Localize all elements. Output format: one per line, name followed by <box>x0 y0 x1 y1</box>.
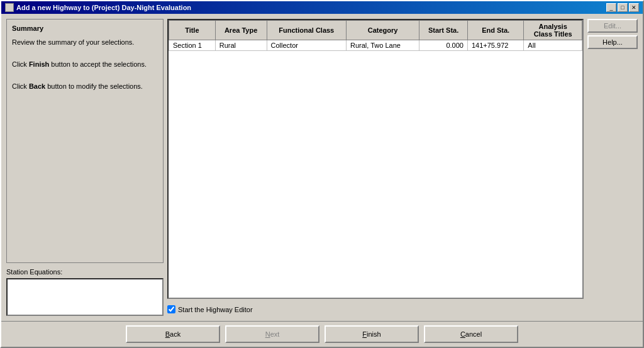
next-button[interactable]: Next <box>225 325 319 343</box>
help-button[interactable]: Help... <box>587 35 638 49</box>
window-icon <box>5 3 14 12</box>
start-highway-editor-label: Start the Highway Editor <box>178 306 253 313</box>
main-window: Add a new Highway to (Project) Day-Night… <box>0 0 644 348</box>
cancel-button[interactable]: Cancel <box>424 325 518 343</box>
cell-analysis-class: All <box>524 40 582 51</box>
finish-button[interactable]: Finish <box>325 325 419 343</box>
cell-area-type: Rural <box>215 40 267 51</box>
back-button[interactable]: Back <box>126 325 220 343</box>
cell-functional-class: Collector <box>267 40 346 51</box>
col-end-sta: End Sta. <box>467 21 523 40</box>
window-content: Summary Review the summary of your selec… <box>1 14 643 321</box>
table-row[interactable]: Section 1 Rural Collector Rural, Two Lan… <box>169 40 582 51</box>
start-highway-editor-checkbox[interactable] <box>167 305 175 313</box>
table-header-row: Title Area Type Functional Class Categor… <box>169 21 582 40</box>
title-bar-controls: _ □ ✕ <box>606 3 639 12</box>
summary-line-5: Click Back button to modify the selectio… <box>12 81 158 93</box>
bottom-bar: Back Next Finish Cancel <box>1 321 643 347</box>
cell-title: Section 1 <box>169 40 216 51</box>
cell-category: Rural, Two Lane <box>346 40 419 51</box>
close-button[interactable]: ✕ <box>629 3 639 12</box>
station-equations-section: Station Equations: <box>6 268 164 316</box>
cell-end-sta: 141+75.972 <box>467 40 523 51</box>
summary-group: Summary Review the summary of your selec… <box>6 19 164 263</box>
minimize-button[interactable]: _ <box>606 3 616 12</box>
window-title: Add a new Highway to (Project) Day-Night… <box>16 4 191 11</box>
col-area-type: Area Type <box>215 21 267 40</box>
right-panel: Edit... Help... <box>587 19 638 316</box>
center-panel: Title Area Type Functional Class Categor… <box>167 19 584 316</box>
station-equations-label: Station Equations: <box>6 268 164 276</box>
summary-title: Summary <box>12 25 158 32</box>
col-analysis-class-titles: AnalysisClass Titles <box>524 21 582 40</box>
summary-line-3: Click Finish button to accept the select… <box>12 59 158 70</box>
col-category: Category <box>346 21 419 40</box>
station-equations-textarea[interactable] <box>6 278 164 316</box>
title-bar: Add a new Highway to (Project) Day-Night… <box>1 1 643 14</box>
left-panel: Summary Review the summary of your selec… <box>6 19 164 316</box>
data-table: Title Area Type Functional Class Categor… <box>169 20 582 51</box>
col-title: Title <box>169 21 216 40</box>
maximize-button[interactable]: □ <box>618 3 628 12</box>
cell-start-sta: 0.000 <box>419 40 468 51</box>
data-table-container: Title Area Type Functional Class Categor… <box>167 19 584 299</box>
summary-line-1: Review the summary of your selections. <box>12 37 158 48</box>
start-highway-editor-row: Start the Highway Editor <box>167 303 584 316</box>
summary-text: Review the summary of your selections. C… <box>12 37 158 93</box>
edit-button[interactable]: Edit... <box>587 19 638 33</box>
col-functional-class: Functional Class <box>267 21 346 40</box>
col-start-sta: Start Sta. <box>419 21 468 40</box>
